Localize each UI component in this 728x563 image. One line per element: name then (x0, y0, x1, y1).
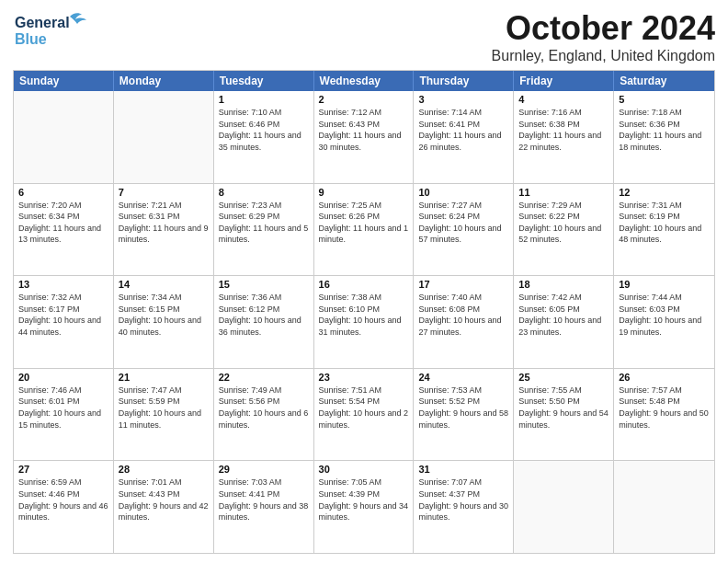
cell-info: Sunrise: 7:20 AM Sunset: 6:34 PM Dayligh… (18, 200, 108, 246)
page: General Blue October 2024 Burnley, Engla… (0, 0, 728, 563)
cell-info: Sunrise: 7:36 AM Sunset: 6:12 PM Dayligh… (219, 292, 309, 338)
cal-cell-1-2: 8Sunrise: 7:23 AM Sunset: 6:29 PM Daylig… (214, 184, 314, 276)
cal-cell-4-3: 30Sunrise: 7:05 AM Sunset: 4:39 PM Dayli… (314, 461, 415, 553)
cal-cell-3-5: 25Sunrise: 7:55 AM Sunset: 5:50 PM Dayli… (514, 369, 614, 461)
cal-cell-0-2: 1Sunrise: 7:10 AM Sunset: 6:46 PM Daylig… (214, 91, 314, 183)
calendar-header: Sunday Monday Tuesday Wednesday Thursday… (14, 71, 714, 91)
cal-row-3: 20Sunrise: 7:46 AM Sunset: 6:01 PM Dayli… (14, 368, 714, 461)
header-sunday: Sunday (14, 71, 114, 91)
cal-cell-1-0: 6Sunrise: 7:20 AM Sunset: 6:34 PM Daylig… (14, 184, 114, 276)
cell-info: Sunrise: 7:34 AM Sunset: 6:15 PM Dayligh… (119, 292, 209, 338)
cell-info: Sunrise: 7:10 AM Sunset: 6:46 PM Dayligh… (219, 107, 309, 153)
day-number: 4 (518, 94, 609, 105)
day-number: 30 (319, 464, 409, 475)
main-title: October 2024 (492, 9, 715, 48)
day-number: 12 (619, 187, 710, 198)
day-number: 6 (18, 187, 108, 198)
day-number: 24 (418, 372, 508, 383)
cal-cell-0-0 (14, 91, 114, 183)
cell-info: Sunrise: 7:14 AM Sunset: 6:41 PM Dayligh… (418, 107, 508, 153)
day-number: 17 (418, 279, 508, 290)
day-number: 22 (219, 372, 309, 383)
header-wednesday: Wednesday (314, 71, 415, 91)
cell-info: Sunrise: 7:29 AM Sunset: 6:22 PM Dayligh… (518, 200, 609, 246)
header-tuesday: Tuesday (214, 71, 314, 91)
cal-cell-4-0: 27Sunrise: 6:59 AM Sunset: 4:46 PM Dayli… (14, 461, 114, 553)
day-number: 9 (319, 187, 409, 198)
cell-info: Sunrise: 7:23 AM Sunset: 6:29 PM Dayligh… (219, 200, 309, 246)
title-block: October 2024 Burnley, England, United Ki… (492, 9, 715, 64)
cell-info: Sunrise: 6:59 AM Sunset: 4:46 PM Dayligh… (18, 477, 108, 523)
cal-cell-2-0: 13Sunrise: 7:32 AM Sunset: 6:17 PM Dayli… (14, 276, 114, 368)
cal-cell-1-4: 10Sunrise: 7:27 AM Sunset: 6:24 PM Dayli… (414, 184, 514, 276)
day-number: 31 (418, 464, 508, 475)
day-number: 3 (418, 94, 508, 105)
cal-cell-4-5 (514, 461, 614, 553)
day-number: 29 (219, 464, 309, 475)
cal-row-0: 1Sunrise: 7:10 AM Sunset: 6:46 PM Daylig… (14, 91, 714, 183)
cal-cell-4-4: 31Sunrise: 7:07 AM Sunset: 4:37 PM Dayli… (414, 461, 514, 553)
cell-info: Sunrise: 7:07 AM Sunset: 4:37 PM Dayligh… (418, 477, 508, 523)
day-number: 10 (418, 187, 508, 198)
cell-info: Sunrise: 7:05 AM Sunset: 4:39 PM Dayligh… (319, 477, 409, 523)
cell-info: Sunrise: 7:44 AM Sunset: 6:03 PM Dayligh… (619, 292, 710, 338)
day-number: 23 (319, 372, 409, 383)
cal-cell-1-6: 12Sunrise: 7:31 AM Sunset: 6:19 PM Dayli… (614, 184, 714, 276)
cell-info: Sunrise: 7:01 AM Sunset: 4:43 PM Dayligh… (119, 477, 209, 523)
day-number: 2 (319, 94, 409, 105)
cal-cell-0-1 (114, 91, 214, 183)
day-number: 25 (518, 372, 609, 383)
day-number: 28 (119, 464, 209, 475)
cell-info: Sunrise: 7:25 AM Sunset: 6:26 PM Dayligh… (319, 200, 409, 246)
day-number: 21 (119, 372, 209, 383)
cell-info: Sunrise: 7:03 AM Sunset: 4:41 PM Dayligh… (219, 477, 309, 523)
day-number: 11 (518, 187, 609, 198)
cal-cell-1-5: 11Sunrise: 7:29 AM Sunset: 6:22 PM Dayli… (514, 184, 614, 276)
day-number: 18 (518, 279, 609, 290)
cell-info: Sunrise: 7:32 AM Sunset: 6:17 PM Dayligh… (18, 292, 108, 338)
cell-info: Sunrise: 7:21 AM Sunset: 6:31 PM Dayligh… (119, 200, 209, 246)
cell-info: Sunrise: 7:42 AM Sunset: 6:05 PM Dayligh… (518, 292, 609, 338)
cell-info: Sunrise: 7:31 AM Sunset: 6:19 PM Dayligh… (619, 200, 710, 246)
cell-info: Sunrise: 7:49 AM Sunset: 5:56 PM Dayligh… (219, 385, 309, 431)
svg-text:Blue: Blue (15, 31, 47, 47)
cell-info: Sunrise: 7:46 AM Sunset: 6:01 PM Dayligh… (18, 385, 108, 431)
day-number: 16 (319, 279, 409, 290)
cell-info: Sunrise: 7:57 AM Sunset: 5:48 PM Dayligh… (619, 385, 710, 431)
calendar: Sunday Monday Tuesday Wednesday Thursday… (13, 70, 715, 554)
cell-info: Sunrise: 7:47 AM Sunset: 5:59 PM Dayligh… (119, 385, 209, 431)
day-number: 26 (619, 372, 710, 383)
day-number: 8 (219, 187, 309, 198)
calendar-body: 1Sunrise: 7:10 AM Sunset: 6:46 PM Daylig… (14, 91, 714, 553)
cal-cell-3-0: 20Sunrise: 7:46 AM Sunset: 6:01 PM Dayli… (14, 369, 114, 461)
day-number: 19 (619, 279, 710, 290)
cal-row-1: 6Sunrise: 7:20 AM Sunset: 6:34 PM Daylig… (14, 183, 714, 276)
cal-cell-0-3: 2Sunrise: 7:12 AM Sunset: 6:43 PM Daylig… (314, 91, 415, 183)
cal-cell-4-1: 28Sunrise: 7:01 AM Sunset: 4:43 PM Dayli… (114, 461, 214, 553)
cal-cell-2-1: 14Sunrise: 7:34 AM Sunset: 6:15 PM Dayli… (114, 276, 214, 368)
header: General Blue October 2024 Burnley, Engla… (13, 9, 715, 64)
day-number: 13 (18, 279, 108, 290)
cal-cell-2-6: 19Sunrise: 7:44 AM Sunset: 6:03 PM Dayli… (614, 276, 714, 368)
cell-info: Sunrise: 7:12 AM Sunset: 6:43 PM Dayligh… (319, 107, 409, 153)
cell-info: Sunrise: 7:16 AM Sunset: 6:38 PM Dayligh… (518, 107, 609, 153)
logo: General Blue (13, 9, 96, 51)
cal-cell-4-2: 29Sunrise: 7:03 AM Sunset: 4:41 PM Dayli… (214, 461, 314, 553)
header-monday: Monday (114, 71, 214, 91)
cal-cell-1-1: 7Sunrise: 7:21 AM Sunset: 6:31 PM Daylig… (114, 184, 214, 276)
cal-cell-2-5: 18Sunrise: 7:42 AM Sunset: 6:05 PM Dayli… (514, 276, 614, 368)
day-number: 1 (219, 94, 309, 105)
day-number: 7 (119, 187, 209, 198)
cell-info: Sunrise: 7:40 AM Sunset: 6:08 PM Dayligh… (418, 292, 508, 338)
cal-cell-2-3: 16Sunrise: 7:38 AM Sunset: 6:10 PM Dayli… (314, 276, 415, 368)
cell-info: Sunrise: 7:51 AM Sunset: 5:54 PM Dayligh… (319, 385, 409, 431)
subtitle: Burnley, England, United Kingdom (492, 48, 715, 64)
header-friday: Friday (514, 71, 614, 91)
cal-cell-2-2: 15Sunrise: 7:36 AM Sunset: 6:12 PM Dayli… (214, 276, 314, 368)
svg-text:General: General (15, 15, 70, 30)
cal-cell-3-4: 24Sunrise: 7:53 AM Sunset: 5:52 PM Dayli… (414, 369, 514, 461)
cal-cell-3-1: 21Sunrise: 7:47 AM Sunset: 5:59 PM Dayli… (114, 369, 214, 461)
header-thursday: Thursday (414, 71, 514, 91)
cal-cell-3-6: 26Sunrise: 7:57 AM Sunset: 5:48 PM Dayli… (614, 369, 714, 461)
day-number: 14 (119, 279, 209, 290)
